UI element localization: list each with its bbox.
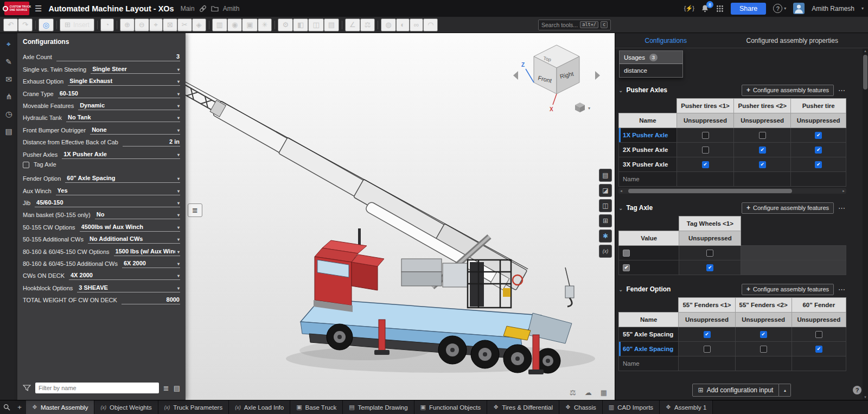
company-logo[interactable]: CUSTOM TRUCK ONE SOURCE [4,2,29,15]
tab-base-truck[interactable]: ▣Base Truck [290,400,343,414]
named-positions-icon[interactable]: ◈ [192,18,206,31]
notifications-bell-icon[interactable]: 8 [701,4,709,12]
view-cube[interactable]: Top Front Right Z X ▾ [510,36,603,123]
pusher-axles-dropdown[interactable]: 1X Pusher Axle▾ [62,151,180,159]
suggestion-distance[interactable]: distance [620,63,682,77]
configure-assembly-features-button[interactable]: +Configure assembly features [742,284,834,295]
exhaust-option-dropdown[interactable]: Single Exhaust▾ [68,78,180,86]
suppression-checkbox[interactable] [815,346,822,353]
measure-icon[interactable]: ∠ [345,18,360,31]
mass-properties-icon[interactable]: ⚖ [360,18,375,31]
add-tab-button[interactable]: + [13,400,26,414]
tab-truck-parameters[interactable]: (x)Truck Parameters [158,400,229,414]
display-states-icon[interactable]: ◫ [308,18,323,31]
comments-icon[interactable]: ✉ [5,75,12,84]
80-160-60-45-150-cw-options-dropdown[interactable]: 1500 lbs (w/ Aux Winch)▾ [114,248,180,256]
suppression-checkbox[interactable] [815,147,822,154]
record-icon[interactable]: ◍ [381,18,395,31]
chevron-collapse-icon[interactable]: ⌄ [618,87,623,93]
simulation-panel-icon[interactable]: ✱ [599,230,612,243]
bom-icon[interactable]: ▤ [324,18,339,31]
crane-type-dropdown[interactable]: 60-150▾ [58,90,180,98]
follow-mode-icon[interactable]: ∞ [410,18,423,31]
suppression-checkbox[interactable] [759,132,766,139]
suppression-checkbox[interactable] [704,346,711,353]
list-view-icon[interactable]: ≣ [163,384,169,392]
suppression-checkbox[interactable] [815,132,822,139]
tab-axle-load-info[interactable]: (x)Axle Load Info [229,400,290,414]
section-view-icon[interactable]: ◧ [293,18,308,31]
tables-panel-icon[interactable]: ⊞ [599,214,612,227]
50-155-cw-options-dropdown[interactable]: 4500lbs w/ Aux Winch▾ [80,224,180,232]
add-configuration-input-caret[interactable]: ▴ [779,384,791,397]
suppression-checkbox[interactable] [815,161,822,168]
apps-grid-icon[interactable] [716,5,724,12]
chevron-collapse-icon[interactable]: ⌄ [618,205,623,211]
value-checkbox[interactable] [623,264,630,271]
cws-on-deck-dropdown[interactable]: 4X 2000▾ [69,272,180,280]
suppression-checkbox[interactable] [815,331,822,338]
suppression-checkbox[interactable] [702,161,709,168]
insert-button[interactable]: ⊞Insert [60,18,94,31]
filter-funnel-icon[interactable] [23,385,31,392]
suppression-checkbox[interactable] [759,147,766,154]
suppression-checkbox[interactable] [760,331,767,338]
horizontal-scrollbar[interactable]: ◂▸ [618,188,846,194]
suppression-checkbox[interactable] [706,250,713,257]
scrollbar-thumb[interactable] [863,55,867,90]
jib-dropdown[interactable]: 45/60-150▾ [35,199,180,207]
mass-properties-viewport-icon[interactable]: ⚖ [570,388,576,397]
selection-list-button[interactable]: ≣ [188,203,202,217]
row-60-axle-spacing[interactable]: 60" Axle Spacing [619,342,679,356]
redo-icon[interactable]: ↷ [18,18,33,31]
tab-template-drawing[interactable]: ▤Template Drawing [343,400,414,414]
share-button[interactable]: Share [731,3,766,15]
axle-count-input[interactable]: 3 [56,53,180,61]
user-name[interactable]: Amith Ramesh [812,5,854,12]
row-3x-pusher-axle[interactable]: 3X Pusher Axle [619,157,677,172]
split-icon[interactable]: ✂ [177,18,192,31]
row-name[interactable]: Name [619,356,679,371]
hamburger-menu-icon[interactable]: ☰ [35,4,42,14]
explode-view-icon[interactable]: ✳ [258,18,272,31]
context-tool-icon[interactable]: ◎ [39,18,54,31]
suppression-checkbox[interactable] [702,147,709,154]
document-location[interactable]: Amith [223,5,240,12]
replicate-icon[interactable]: ▣ [242,18,257,31]
vertical-scrollbar[interactable]: ▴ ▾ [863,48,868,400]
row-2x-pusher-axle[interactable]: 2X Pusher Axle [619,143,677,157]
mate-relations-icon[interactable]: ⚙ [278,18,293,31]
help-menu[interactable]: ? ▾ [773,4,786,13]
grid-toggle-icon[interactable]: ▦ [601,388,607,397]
group-icon[interactable]: ⊖ [135,18,149,31]
simulation-icon[interactable]: ◠ [423,18,438,31]
suppression-checkbox[interactable] [759,161,766,168]
tab-assembly-1[interactable]: ❖Assembly 1 [660,400,713,414]
usages-group-item[interactable]: Usages 3 [620,51,682,63]
circular-pattern-icon[interactable]: ◉ [227,18,242,31]
row-name[interactable]: Name [619,172,677,187]
versions-icon[interactable]: ⋔ [5,92,12,101]
value-checkbox[interactable] [623,250,630,257]
properties-panel-icon[interactable]: ▤ [599,169,612,182]
mate-connector-icon[interactable]: ⌖ [149,18,163,31]
80-160-60-45-150-additional-cws-dropdown[interactable]: 6X 2000▾ [122,260,180,268]
value-cell[interactable] [619,260,679,275]
man-basket-50-155-only-dropdown[interactable]: No▾ [95,211,180,219]
history-icon[interactable]: ◷ [5,110,12,118]
display-states-panel-icon[interactable]: ◫ [599,199,612,212]
more-options-button[interactable]: ⋯ [837,285,846,294]
folder-icon[interactable] [211,5,219,12]
shortcuts-lightning-icon[interactable]: {⚡} [684,5,694,12]
scroll-up-arrow[interactable]: ▴ [863,48,868,54]
aux-winch-dropdown[interactable]: Yes▾ [56,187,180,195]
add-configuration-input-button[interactable]: ⊞ Add configuration input [692,384,780,397]
value-cell[interactable] [619,246,679,260]
origin-triad-icon[interactable]: ⌖ [7,40,11,49]
configure-assembly-features-button[interactable]: +Configure assembly features [742,85,834,96]
tab-master-assembly[interactable]: ❖Master Assembly [26,400,94,414]
more-options-button[interactable]: ⋯ [837,204,846,212]
viewport-3d[interactable]: Top Front Right Z X ▾ ≣ ▤◪◫⊞✱(x) ⚖☁▦ [186,33,615,400]
search-tools-box[interactable]: Search tools... alt+/ c [538,20,611,30]
variables-panel-icon[interactable]: (x) [599,245,612,258]
